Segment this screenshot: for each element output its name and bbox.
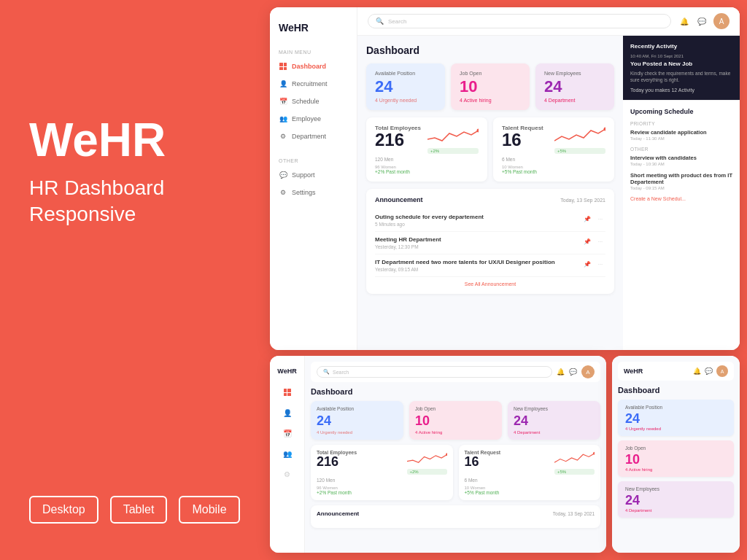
see-all-link[interactable]: See All Announcement [375,277,605,287]
tablet-search-icon: 🔍 [323,369,330,375]
pin-icon-2[interactable]: 📌 [582,236,592,246]
schedule-priority-label: Priority [630,121,732,126]
ann-item-1-title: Outing schedule for every departement [375,214,576,220]
ann-item-2-time: Yesterday, 12:30 PM [375,244,576,249]
tablet-sidebar: WeHR 👤 📅 👥 ⚙ [270,356,305,553]
analytics-total-number: 216 [375,131,421,149]
stat-card-jobopen: Job Open 10 4 Active hiring [451,63,530,110]
search-placeholder: Search [388,18,406,25]
analytics-total-employees: Total Employees 216 +2% [366,117,487,182]
device-label-desktop: Desktop [29,496,98,524]
sidebar-item-recruitment[interactable]: 👤 Recruitment [270,75,357,93]
analytics-talent-request: Talent Request 16 +5% [493,117,614,182]
mobile-avatar[interactable]: A [716,365,728,377]
mobile-topbar: WeHR 🔔 💬 A [618,362,734,381]
tablet-search[interactable]: 🔍 Search [317,366,552,378]
screenshots-bottom: WeHR 👤 📅 👥 ⚙ 🔍 Search 🔔 [270,356,740,553]
sidebar-item-department[interactable]: ⚙ Department [270,128,357,145]
dashboard-right: Recently Activity 10:40 AM, Fri 10 Sept … [623,36,740,350]
tablet-nav-department[interactable]: ⚙ [280,467,295,481]
mobile-notification-icon[interactable]: 🔔 [693,368,701,375]
schedule-item-3-time: Today - 09:15 AM [630,186,732,190]
main-content: 🔍 Search 🔔 💬 A Dashboard [357,7,740,350]
mobile-logo: WeHR [624,368,643,375]
schedule-item-2-title: Interview with candidates [630,155,732,161]
sidebar-other-label: OTHER [270,152,357,166]
tablet-notification-icon[interactable]: 🔔 [557,368,565,376]
tablet-logo: WeHR [277,363,296,382]
pin-icon[interactable]: 📌 [582,214,592,224]
analytics-row: Total Employees 216 +2% [366,117,614,182]
mobile-message-icon[interactable]: 💬 [705,368,713,375]
analytics-talent-badge: +5% [554,148,605,154]
search-box[interactable]: 🔍 Search [368,14,671,28]
analytics-talent-number: 16 [502,131,543,149]
recruitment-icon: 👤 [279,79,287,88]
recently-title: Recently Activity [630,43,732,50]
stat-card-newemployees: New Employees 24 4 Department [535,63,614,110]
ann-item-1-time: 5 Minutes ago [375,222,576,227]
schedule-item-1-time: Today - 11:30 AM [630,136,732,141]
activity-main: You Posted a New Job [630,61,732,67]
sidebar-main-menu-label: MAIN MENU [270,44,357,58]
stat-card-available-label: Available Position [375,71,436,76]
tablet-topbar: 🔍 Search 🔔 💬 A [311,362,600,382]
mobile-dashboard-title: Dashboard [618,386,734,394]
dashboard-icon [279,62,287,71]
dashboard-area: Dashboard Available Position 24 4 Urgent… [357,36,740,350]
tablet-stat-newemployees: New Employees 24 4 Department [508,401,600,440]
sidebar-item-schedule[interactable]: 📅 Schedule [270,93,357,110]
tablet-stat-available: Available Position 24 4 Urgently needed [311,401,403,440]
schedule-item-1-title: Review candidate application [630,129,732,136]
screenshot-desktop: WeHR MAIN MENU Dashboard 👤 Recruitment 📅… [270,7,740,350]
stat-card-newemployees-label: New Employees [544,71,605,76]
screenshot-mobile: WeHR 🔔 💬 A Dashboard Available Position … [612,356,740,553]
tablet-nav-employee[interactable]: 👥 [280,446,295,461]
stat-cards: Available Position 24 4 Urgently needed … [366,63,614,110]
sidebar-item-dashboard[interactable]: Dashboard [270,58,357,75]
schedule-icon: 📅 [279,97,287,106]
stat-card-available: Available Position 24 4 Urgently needed [366,63,445,110]
settings-icon: ⚙ [279,188,287,197]
analytics-total-sub1: 120 Men [375,157,479,162]
create-schedule-link[interactable]: Create a New Schedul... [630,196,732,201]
tablet-stat-cards: Available Position 24 4 Urgently needed … [311,401,600,440]
dashboard-title: Dashboard [366,44,614,56]
more-icon[interactable]: ··· [595,214,605,224]
tablet-stat-jobopen: Job Open 10 4 Active hiring [409,401,502,440]
pin-icon-3[interactable]: 📌 [582,259,592,269]
support-icon: 💬 [279,171,287,179]
message-icon[interactable]: 💬 [696,15,708,27]
tablet-nav-dashboard[interactable] [280,385,295,400]
notification-icon[interactable]: 🔔 [678,15,690,27]
tablet-analytics-row: Total Employees 216 +2% [311,445,600,500]
more-icon-2[interactable]: ··· [595,236,605,246]
device-label-tablet: Tablet [110,496,168,524]
announcement-item-3: IT Department need two more talents for … [375,254,605,277]
activity-desc: Kindly check the requirements and terms,… [630,70,732,83]
announcement-item-2: Meeting HR Department Yesterday, 12:30 P… [375,232,605,254]
mobile-stat-newemployees: New Employees 24 4 Department [618,481,734,518]
device-label-mobile: Mobile [179,496,239,524]
left-panel: WeHR HR Dashboard Responsive Desktop Tab… [0,0,270,560]
tablet-avatar[interactable]: A [581,365,595,378]
upcoming-schedule: Upcoming Schedule Priority Review candid… [623,100,740,350]
tablet-analytics-talent: Talent Request 16 +5% [459,445,601,500]
analytics-total-badge: +2% [427,148,479,154]
upcoming-title: Upcoming Schedule [630,108,732,115]
tablet-message-icon[interactable]: 💬 [569,368,577,376]
sidebar-item-support[interactable]: 💬 Support [270,166,357,184]
tablet-nav-schedule[interactable]: 📅 [280,426,295,440]
schedule-item-2: Interview with candidates Today - 10:30 … [630,155,732,166]
recently-activity: Recently Activity 10:40 AM, Fri 10 Sept … [623,36,740,100]
more-icon-3[interactable]: ··· [595,259,605,269]
avatar[interactable]: A [713,13,729,29]
stat-card-available-sub: 4 Urgently needed [375,98,436,103]
stat-card-jobopen-sub: 4 Active hiring [460,98,521,103]
sidebar-item-employee[interactable]: 👥 Employee [270,110,357,128]
announcement-card: Announcement Today, 13 Sep 2021 Outing s… [366,189,614,294]
main-layout: WeHR HR Dashboard Responsive Desktop Tab… [0,0,747,560]
tablet-nav-recruitment[interactable]: 👤 [280,405,295,420]
schedule-item-1: Review candidate application Today - 11:… [630,129,732,141]
sidebar-item-settings[interactable]: ⚙ Settings [270,184,357,201]
